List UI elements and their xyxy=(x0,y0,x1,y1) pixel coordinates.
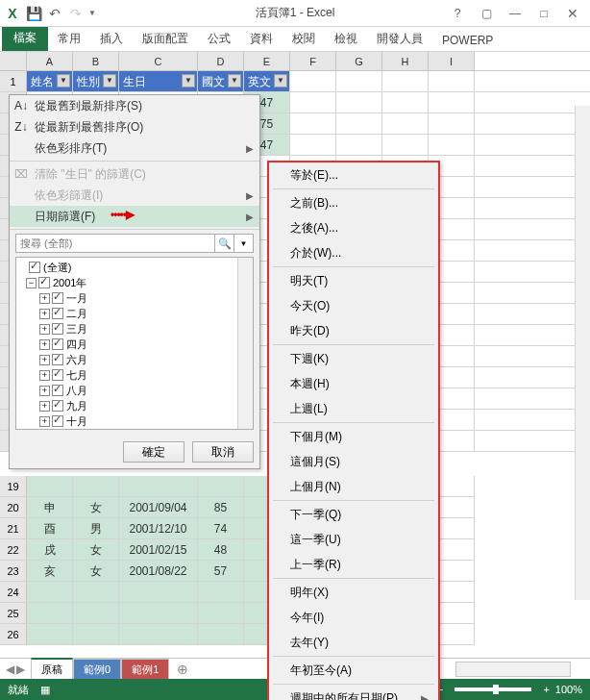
cell[interactable]: 57 xyxy=(198,561,244,581)
cell[interactable]: 酉 xyxy=(27,518,73,538)
col-header[interactable]: C xyxy=(119,52,198,70)
filter-dropdown-icon[interactable]: ▼ xyxy=(57,74,70,88)
sort-newest-oldest[interactable]: Z↓從最新到最舊排序(O) xyxy=(10,116,259,138)
submenu-item[interactable]: 上個月(N) xyxy=(269,474,438,499)
cell[interactable]: 2001/02/15 xyxy=(119,539,198,560)
table-header[interactable]: 生日▼ xyxy=(119,71,198,91)
tab-insert[interactable]: 插入 xyxy=(90,26,133,51)
cell[interactable]: 85 xyxy=(198,497,244,517)
tab-developer[interactable]: 開發人員 xyxy=(367,26,432,51)
save-icon[interactable]: 💾 xyxy=(25,5,42,22)
expand-icon[interactable]: + xyxy=(39,309,50,319)
cell[interactable]: 48 xyxy=(198,539,244,560)
cell[interactable]: 女 xyxy=(73,539,119,560)
submenu-item[interactable]: 下個月(M) xyxy=(269,424,438,449)
search-icon[interactable]: 🔍 xyxy=(215,234,234,253)
cell[interactable] xyxy=(27,582,73,602)
col-header[interactable]: B xyxy=(73,52,119,70)
filter-tree[interactable]: (全選) −2001年+一月+二月+三月+四月+六月+七月+八月+九月+十月+十… xyxy=(15,257,254,430)
submenu-item[interactable]: 本週(H) xyxy=(269,371,438,396)
cell[interactable] xyxy=(429,71,475,91)
submenu-item[interactable]: 上一季(R) xyxy=(269,552,438,577)
row-header[interactable]: 26 xyxy=(0,624,27,644)
tab-formula[interactable]: 公式 xyxy=(198,26,240,51)
checkbox-icon[interactable] xyxy=(52,292,63,304)
cancel-button[interactable]: 取消 xyxy=(192,441,254,462)
filter-dropdown-icon[interactable]: ▼ xyxy=(274,74,287,88)
submenu-item[interactable]: 之後(A)... xyxy=(269,215,438,240)
minimize-button[interactable]: — xyxy=(502,4,529,23)
checkbox-icon[interactable] xyxy=(52,415,63,427)
cell[interactable]: 女 xyxy=(73,497,119,517)
table-header[interactable]: 性別▼ xyxy=(73,71,119,91)
col-header[interactable]: G xyxy=(336,52,382,70)
sort-by-color[interactable]: 依色彩排序(T)▶ xyxy=(10,138,259,159)
undo-icon[interactable]: ↶ xyxy=(46,5,63,22)
cell[interactable]: 男 xyxy=(73,518,119,538)
expand-icon[interactable]: + xyxy=(39,386,50,396)
tab-powerp[interactable]: POWERP xyxy=(432,29,503,51)
table-header[interactable]: 國文▼ xyxy=(198,71,244,91)
tree-item[interactable]: +十一月 xyxy=(18,429,251,430)
zoom-in[interactable]: + xyxy=(543,684,549,695)
expand-icon[interactable]: + xyxy=(39,401,50,412)
cell[interactable]: 2001/09/04 xyxy=(119,497,198,517)
cell[interactable] xyxy=(119,476,198,496)
collapse-icon[interactable]: − xyxy=(26,278,37,288)
col-header[interactable]: I xyxy=(429,52,475,70)
sort-oldest-newest[interactable]: A↓從最舊到最新排序(S) xyxy=(10,95,259,116)
help-button[interactable]: ? xyxy=(444,4,471,23)
cell[interactable] xyxy=(290,71,336,91)
table-header[interactable]: 姓名▼ xyxy=(27,71,73,91)
submenu-item[interactable]: 昨天(D) xyxy=(269,318,438,343)
tab-view[interactable]: 檢視 xyxy=(325,26,367,51)
tree-item[interactable]: +七月 xyxy=(18,367,251,383)
submenu-item[interactable]: 這一季(U) xyxy=(269,527,438,552)
submenu-item[interactable]: 下一季(Q) xyxy=(269,502,438,527)
cell[interactable] xyxy=(198,603,244,623)
sheet-nav-next[interactable]: ▶ xyxy=(16,662,25,676)
row-header[interactable]: 19 xyxy=(0,476,27,496)
ribbon-toggle[interactable]: ▢ xyxy=(473,4,500,23)
submenu-item[interactable]: 等於(E)... xyxy=(269,162,438,188)
date-filters[interactable]: 日期篩選(F)•••••▶▶ xyxy=(10,206,259,227)
table-header[interactable]: 英文▼ xyxy=(244,71,290,91)
submenu-item[interactable]: 上週(L) xyxy=(269,396,438,421)
zoom-level[interactable]: 100% xyxy=(555,684,582,695)
expand-icon[interactable]: + xyxy=(39,355,50,365)
tree-item[interactable]: +二月 xyxy=(18,306,251,321)
row-header[interactable]: 25 xyxy=(0,603,27,623)
row-header[interactable]: 1 xyxy=(0,71,27,91)
sheet-tab[interactable]: 原稿 xyxy=(31,658,73,680)
expand-icon[interactable]: + xyxy=(39,293,50,304)
tree-scrollbar[interactable] xyxy=(237,258,253,429)
submenu-item[interactable]: 之前(B)... xyxy=(269,190,438,215)
col-header[interactable]: H xyxy=(382,52,429,70)
submenu-item[interactable]: 今天(O) xyxy=(269,293,438,318)
tree-item[interactable]: +四月 xyxy=(18,337,251,352)
horizontal-scrollbar[interactable] xyxy=(455,662,571,677)
expand-icon[interactable]: + xyxy=(39,370,50,381)
row-header[interactable]: 22 xyxy=(0,539,27,560)
checkbox-icon[interactable] xyxy=(38,277,50,288)
checkbox-icon[interactable] xyxy=(52,338,63,350)
tree-item[interactable]: +八月 xyxy=(18,383,251,398)
cell[interactable]: 74 xyxy=(198,518,244,538)
cell[interactable]: 戌 xyxy=(27,539,73,560)
filter-dropdown-icon[interactable]: ▼ xyxy=(103,74,116,88)
row-header[interactable]: 21 xyxy=(0,518,27,538)
row-header[interactable]: 23 xyxy=(0,561,27,581)
cell[interactable] xyxy=(198,582,244,602)
redo-icon[interactable]: ↷ xyxy=(67,5,85,22)
submenu-item[interactable]: 下週(K) xyxy=(269,346,438,371)
cell[interactable] xyxy=(119,582,198,602)
cell[interactable] xyxy=(119,624,198,644)
filter-dropdown-icon[interactable]: ▼ xyxy=(228,74,241,88)
checkbox-icon[interactable] xyxy=(52,308,63,319)
expand-icon[interactable]: + xyxy=(39,416,50,427)
filter-dropdown-icon[interactable]: ▼ xyxy=(182,74,195,88)
cell[interactable]: 女 xyxy=(73,561,119,581)
checkbox-icon[interactable] xyxy=(52,385,63,396)
tab-review[interactable]: 校閱 xyxy=(283,26,325,51)
submenu-item[interactable]: 介於(W)... xyxy=(269,240,438,265)
